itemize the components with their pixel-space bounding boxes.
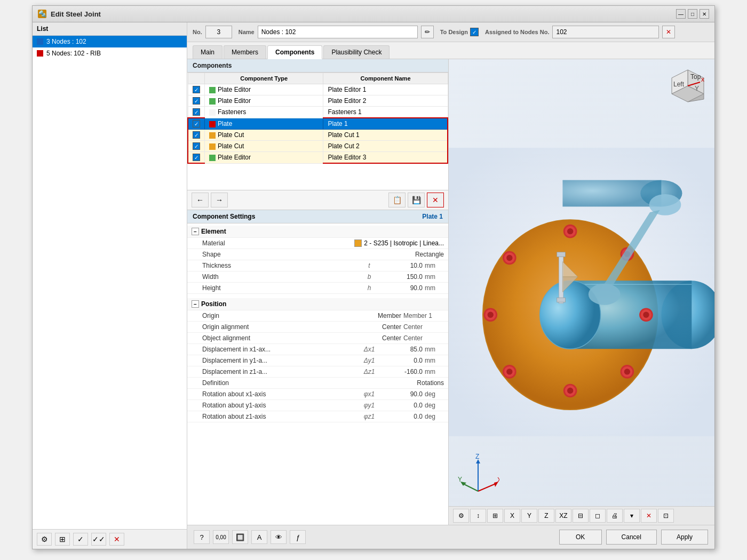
element-collapse[interactable]: −: [192, 228, 199, 235]
apply-button[interactable]: Apply: [661, 530, 708, 545]
svg-rect-14: [557, 298, 566, 302]
num-format-button[interactable]: 0,00: [213, 530, 229, 544]
view-dropdown-button[interactable]: ▾: [624, 509, 640, 523]
svg-point-43: [589, 284, 621, 305]
component-row-4[interactable]: ✓ Plate Cut Plate Cut 1: [188, 130, 448, 141]
move-up-button[interactable]: ←: [192, 193, 209, 207]
copy-joint-button[interactable]: ⊞: [55, 533, 70, 546]
ok-button[interactable]: OK: [559, 530, 602, 545]
comp-table: Component Type Component Name ✓ Plate Ed…: [187, 73, 448, 164]
row-type-2: Fasteners: [205, 107, 323, 118]
svg-text:X: X: [497, 476, 499, 484]
view-cube[interactable]: Top Y Left x: [669, 67, 706, 105]
disp-x1-value: 85.0: [380, 346, 423, 353]
to-design-label: To Design: [440, 29, 468, 35]
minimize-button[interactable]: —: [676, 9, 686, 19]
assigned-nodes-input[interactable]: [552, 26, 659, 38]
disp-x1-unit: mm: [423, 346, 444, 353]
view-button[interactable]: 🔲: [232, 530, 248, 544]
rot-z1-row: Rotation about z1-axis φz1 0.0 deg: [187, 411, 448, 422]
view-settings-button[interactable]: ⚙: [453, 509, 469, 523]
row-name-4: Plate Cut 1: [323, 130, 448, 141]
move-down-button[interactable]: →: [211, 193, 228, 207]
rot-y1-unit: deg: [423, 402, 444, 409]
text-button[interactable]: A: [251, 530, 267, 544]
check-icon-4: ✓: [193, 131, 200, 139]
coordinate-axes: Z X Y: [457, 454, 499, 498]
view-x-button[interactable]: X: [504, 509, 520, 523]
svg-point-19: [567, 228, 573, 234]
view-print-button[interactable]: 🖨: [607, 509, 623, 523]
disp-z1-unit: mm: [423, 368, 444, 375]
close-button[interactable]: ✕: [700, 9, 709, 19]
view-move-button[interactable]: ↕: [470, 509, 486, 523]
formula-button[interactable]: ƒ: [290, 530, 306, 544]
view-render-button[interactable]: ◻: [590, 509, 606, 523]
component-row-1[interactable]: ✓ Plate Editor Plate Editor 2: [188, 95, 448, 107]
check-icon-3: ✓: [193, 120, 200, 127]
eye-button[interactable]: 👁: [271, 530, 287, 544]
assigned-clear-button[interactable]: ✕: [662, 26, 675, 38]
obj-align-col1: Center: [359, 334, 401, 342]
tab-main[interactable]: Main: [193, 45, 222, 59]
help-button[interactable]: ?: [194, 530, 210, 544]
height-unit: mm: [423, 284, 444, 292]
component-row-6[interactable]: ✓ Plate Editor Plate Editor 3: [188, 152, 448, 164]
svg-point-37: [488, 311, 494, 317]
element-title: Element: [201, 228, 226, 235]
name-label: Name: [239, 29, 255, 35]
view-xz-button[interactable]: XZ: [555, 509, 571, 523]
view-fullscreen-button[interactable]: ⊡: [658, 509, 674, 523]
row-type-5: Plate Cut: [205, 141, 323, 152]
list-content: 3 Nodes : 102 5 Nodes: 102 - RIB: [33, 36, 187, 529]
new-joint-button[interactable]: ⚙: [37, 533, 52, 546]
list-item-2[interactable]: 5 Nodes: 102 - RIB: [33, 47, 187, 59]
width-row: Width b 150.0 mm: [187, 271, 448, 283]
svg-text:Left: Left: [673, 81, 685, 88]
svg-point-40: [506, 255, 512, 261]
delete-component-button[interactable]: ✕: [427, 193, 444, 207]
list-bottom-bar: ⚙ ⊞ ✓ ✓✓ ✕: [33, 529, 187, 549]
view-y-button[interactable]: Y: [521, 509, 537, 523]
svg-text:Top: Top: [690, 73, 701, 81]
tab-members[interactable]: Members: [224, 45, 266, 59]
row-type-0: Plate Editor: [205, 84, 323, 95]
tab-components[interactable]: Components: [267, 45, 322, 59]
list-item-1[interactable]: 3 Nodes : 102: [33, 36, 187, 47]
view-zoom-all-button[interactable]: ⊞: [487, 509, 503, 523]
name-edit-button[interactable]: ✏: [421, 26, 434, 38]
assigned-label: Assigned to Nodes No.: [485, 29, 549, 35]
settings-current: Plate 1: [422, 213, 443, 220]
no-input[interactable]: [205, 26, 232, 38]
list-color-2: [37, 50, 43, 57]
tabs-bar: Main Members Components Plausibility Che…: [187, 42, 714, 59]
check-icon-2: ✓: [193, 108, 200, 116]
component-row-0[interactable]: ✓ Plate Editor Plate Editor 1: [188, 84, 448, 95]
view-layers-button[interactable]: ⊟: [573, 509, 589, 523]
copy-component-button[interactable]: 📋: [388, 193, 406, 207]
name-input[interactable]: [258, 26, 418, 38]
save-component-button[interactable]: 💾: [408, 193, 425, 207]
position-collapse[interactable]: −: [192, 300, 199, 308]
tab-plausibility[interactable]: Plausibility Check: [323, 45, 390, 59]
check-button[interactable]: ✓: [73, 533, 88, 546]
component-row-2[interactable]: ✓ Fasteners Fasteners 1: [188, 107, 448, 118]
check-all-button[interactable]: ✓✓: [91, 533, 106, 546]
component-row-5[interactable]: ✓ Plate Cut Plate Cut 2: [188, 141, 448, 152]
to-design-field: To Design ✓: [440, 28, 479, 36]
position-section-header: − Position: [187, 298, 448, 310]
disp-x1-symbol: Δx1: [359, 346, 380, 353]
row-check-3: ✓: [188, 118, 205, 130]
svg-rect-13: [557, 252, 566, 257]
cancel-button[interactable]: Cancel: [606, 530, 657, 545]
definition-value: Rotations: [323, 379, 444, 387]
rot-x1-value: 90.0: [380, 390, 423, 398]
3d-view[interactable]: Top Y Left x: [449, 59, 714, 525]
to-design-checkbox[interactable]: ✓: [470, 28, 479, 36]
view-close-button[interactable]: ✕: [641, 509, 657, 523]
delete-joint-button[interactable]: ✕: [109, 533, 124, 546]
maximize-button[interactable]: □: [688, 9, 697, 19]
view-z-button[interactable]: Z: [538, 509, 554, 523]
material-label: Material: [202, 239, 354, 247]
component-row-3[interactable]: ✓ Plate Plate 1: [188, 118, 448, 130]
